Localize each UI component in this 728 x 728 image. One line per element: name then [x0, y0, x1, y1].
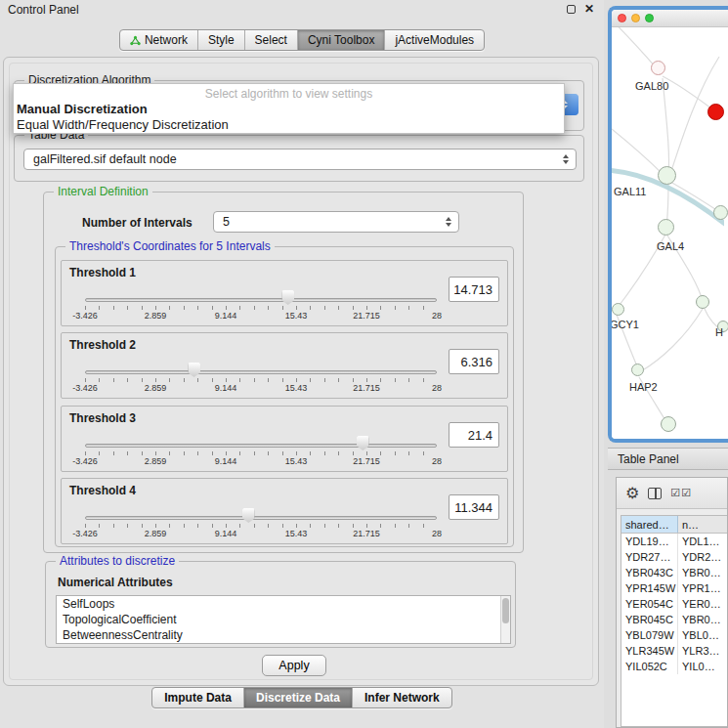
- scrollbar-thumb[interactable]: [502, 598, 509, 623]
- tab-jactivemodules[interactable]: jActiveModules: [385, 30, 484, 50]
- tick-label: 15.43: [285, 383, 308, 393]
- tab-cyni-toolbox[interactable]: Cyni Toolbox: [298, 30, 385, 50]
- threshold-4-value[interactable]: 11.344: [449, 494, 499, 520]
- table-row[interactable]: YBL079WYBL0…: [621, 627, 727, 643]
- threshold-1-panel: Threshold 1 -3.426 2.859 9.144 15.43 21.…: [61, 260, 508, 326]
- network-node[interactable]: [612, 303, 624, 316]
- network-node[interactable]: [658, 166, 676, 185]
- table-row[interactable]: YDR27…YDR2…: [621, 549, 727, 565]
- tick-label: -3.426: [72, 529, 98, 538]
- table-data-select[interactable]: galFiltered.sif default node: [23, 149, 577, 170]
- slider-thumb[interactable]: [357, 436, 369, 450]
- slider-track[interactable]: [85, 444, 437, 448]
- numerical-attributes-list[interactable]: SelfLoops TopologicalCoefficient Between…: [56, 595, 511, 644]
- number-of-intervals-label: Number of Intervals: [82, 216, 193, 230]
- node-label: GAL11: [614, 186, 646, 197]
- list-item[interactable]: BetweennessCentrality: [57, 627, 510, 643]
- gear-icon[interactable]: ⚙: [625, 486, 639, 501]
- list-item[interactable]: TopologicalCoefficient: [57, 612, 510, 627]
- tab-infer-network[interactable]: Infer Network: [353, 688, 451, 707]
- tab-impute-data[interactable]: Impute Data: [152, 688, 244, 707]
- tab-style[interactable]: Style: [198, 30, 245, 50]
- tick-label: 2.859: [145, 311, 167, 321]
- float-window-icon[interactable]: [567, 5, 576, 14]
- node-label: GAL4: [657, 240, 684, 252]
- node-label: HAP2: [629, 381, 658, 393]
- tab-select[interactable]: Select: [245, 30, 298, 50]
- network-node[interactable]: [661, 416, 676, 432]
- cell: YBR045C: [621, 612, 678, 627]
- node-label: GCY1: [612, 319, 639, 330]
- table-row[interactable]: YBR045CYBR0…: [621, 612, 727, 627]
- node-table: shared… n… YDL19…YDL1… YDR27…YDR2… YBR04…: [621, 515, 727, 727]
- network-canvas[interactable]: GAL80 GAL11 GAL4 GCY1 HAP2 H: [612, 27, 728, 439]
- control-panel-titlebar[interactable]: Control Panel ✕: [0, 0, 604, 20]
- table-header-row: shared… n…: [621, 516, 727, 534]
- threshold-3-value[interactable]: 21.4: [449, 422, 499, 448]
- network-node[interactable]: [651, 61, 665, 75]
- cell: YER0…: [678, 596, 727, 612]
- dropdown-option-equal-width-frequency[interactable]: Equal Width/Frequency Discretization: [14, 117, 564, 133]
- network-node-selected[interactable]: [707, 104, 724, 120]
- threshold-2-slider[interactable]: -3.426 2.859 9.144 15.43 21.715 28: [85, 359, 437, 396]
- table-row[interactable]: YBR043CYBR0…: [621, 565, 727, 580]
- close-icon[interactable]: ✕: [584, 3, 594, 15]
- table-row[interactable]: YLR345WYLR3…: [621, 643, 727, 659]
- slider-track[interactable]: [85, 370, 437, 374]
- network-window-titlebar[interactable]: [612, 10, 728, 27]
- node-label: GAL80: [635, 80, 668, 92]
- cell: YDR27…: [621, 549, 678, 565]
- checkbox-icons[interactable]: ☑☑: [670, 487, 692, 499]
- table-row[interactable]: YPR145WYPR1…: [621, 580, 727, 596]
- column-header-name[interactable]: n…: [678, 516, 727, 533]
- column-header-shared-name[interactable]: shared…: [621, 516, 678, 533]
- threshold-3-panel: Threshold 3 -3.426 2.859 9.144 15.43 21.…: [61, 406, 508, 472]
- threshold-1-slider[interactable]: -3.426 2.859 9.144 15.43 21.715 28: [85, 286, 437, 323]
- zoom-traffic-icon[interactable]: [645, 14, 654, 22]
- tick-label: 28: [432, 311, 442, 321]
- threshold-3-slider[interactable]: -3.426 2.859 9.144 15.43 21.715 28: [85, 432, 437, 469]
- dropdown-hint: Select algorithm to view settings: [14, 86, 564, 102]
- tick-label: 2.859: [145, 456, 167, 466]
- minimize-traffic-icon[interactable]: [631, 14, 640, 22]
- tick-label: 21.715: [353, 456, 380, 466]
- tab-label: Cyni Toolbox: [308, 33, 374, 47]
- cell: YLR345W: [621, 643, 678, 659]
- tab-discretize-data[interactable]: Discretize Data: [244, 688, 353, 707]
- slider-tick-labels: -3.426 2.859 9.144 15.43 21.715 28: [85, 529, 437, 539]
- combo-value: 5: [214, 215, 230, 229]
- dropdown-option-manual-discretization[interactable]: Manual Discretization: [14, 102, 564, 117]
- slider-thumb[interactable]: [242, 508, 255, 523]
- tab-label: Select: [255, 33, 287, 47]
- list-scrollbar[interactable]: [500, 596, 510, 643]
- cell: YIL0…: [678, 659, 727, 674]
- table-row[interactable]: YER054CYER0…: [621, 596, 727, 612]
- cell: YER054C: [621, 596, 678, 612]
- network-node[interactable]: [631, 364, 644, 376]
- threshold-1-value[interactable]: 14.713: [449, 277, 499, 302]
- number-of-intervals-select[interactable]: 5: [213, 211, 459, 233]
- slider-track[interactable]: [85, 298, 437, 302]
- tick-label: 9.144: [215, 456, 237, 466]
- table-panel-titlebar[interactable]: Table Panel: [608, 448, 728, 470]
- slider-track[interactable]: [85, 516, 437, 520]
- table-row[interactable]: YDL19…YDL1…: [621, 534, 727, 549]
- apply-button[interactable]: Apply: [262, 655, 326, 676]
- tab-label: Style: [208, 33, 235, 47]
- slider-thumb[interactable]: [281, 290, 294, 305]
- tick-label: 9.144: [215, 311, 237, 321]
- slider-thumb[interactable]: [188, 363, 200, 377]
- threshold-4-slider[interactable]: -3.426 2.859 9.144 15.43 21.715 28: [85, 504, 437, 541]
- cell: YIL052C: [621, 659, 678, 674]
- columns-icon[interactable]: [648, 488, 662, 499]
- tab-network[interactable]: Network: [120, 30, 198, 50]
- close-traffic-icon[interactable]: [618, 14, 626, 22]
- tick-label: -3.426: [72, 456, 98, 466]
- network-node[interactable]: [713, 205, 728, 220]
- table-row[interactable]: YIL052CYIL0…: [621, 659, 727, 674]
- threshold-2-value[interactable]: 6.316: [449, 349, 499, 374]
- network-node[interactable]: [658, 219, 674, 236]
- list-item[interactable]: SelfLoops: [57, 596, 510, 612]
- tick-label: 2.859: [145, 529, 167, 538]
- network-node[interactable]: [696, 295, 709, 309]
